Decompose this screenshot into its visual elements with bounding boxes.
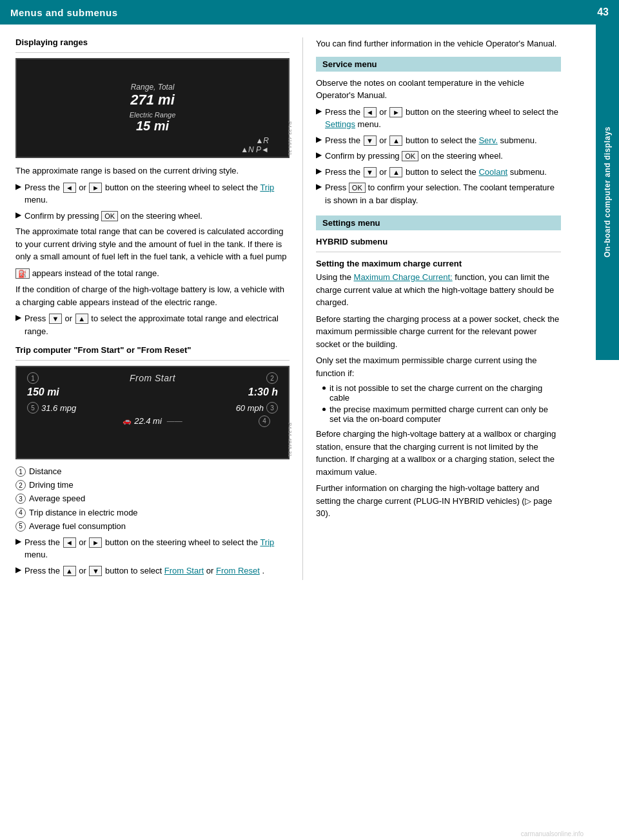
service-bullet-4: ▶ Press the ▼ or ▲ button to select the … bbox=[316, 166, 561, 179]
svc4-btn-up: ▲ bbox=[389, 167, 402, 177]
rb3-text2: or bbox=[64, 314, 74, 323]
trip-circle-1: 1 bbox=[27, 372, 39, 384]
svc2-btn-up: ▲ bbox=[389, 135, 402, 146]
display-img-id: P4.33-4164-31 bbox=[287, 121, 293, 155]
rb1-text3: button on the steering wheel to select t… bbox=[105, 183, 260, 192]
svc1-highlight: Settings bbox=[325, 119, 355, 129]
svc-arrow-2: ▶ bbox=[316, 135, 322, 144]
dot-2 bbox=[322, 408, 326, 411]
rb3-btn-up: ▲ bbox=[75, 314, 88, 324]
trip-item-2: 2 Driving time bbox=[15, 479, 290, 491]
rb1-btn-right: ► bbox=[89, 183, 102, 193]
trip-item-5: 5 Average fuel consumption bbox=[15, 521, 290, 532]
rb3-btn-down: ▼ bbox=[49, 314, 62, 324]
trip-item-3: 3 Average speed bbox=[15, 493, 290, 505]
header-page: 43 bbox=[597, 6, 609, 18]
charge-paragraph3: Before charging the high-voltage battery… bbox=[316, 428, 561, 478]
displaying-ranges-section: Displaying ranges Range, Total 271 mi El… bbox=[15, 37, 290, 337]
range-paragraph2b-text: appears instead of the total range. bbox=[32, 268, 159, 278]
svc4-btn-down: ▼ bbox=[364, 167, 377, 177]
svc-arrow-5: ▶ bbox=[316, 182, 322, 191]
svc-arrow-3: ▶ bbox=[316, 150, 322, 159]
trip-items-list: 1 Distance 2 Driving time 3 Average spee… bbox=[15, 466, 290, 532]
range-bullet-1: ▶ Press the ◄ or ► button on the steerin… bbox=[15, 181, 290, 206]
tb2-t3: button to select bbox=[105, 566, 164, 575]
svc5-btn-ok: OK bbox=[349, 183, 366, 193]
trip-arrow-2: ▶ bbox=[15, 565, 21, 574]
tb1-t1: Press the bbox=[25, 537, 63, 547]
tb1-btn-right: ► bbox=[89, 537, 102, 548]
trip-circle-2: 2 bbox=[266, 372, 278, 384]
tb1-t2: or bbox=[79, 537, 88, 547]
rb2-text1: Confirm by pressing bbox=[25, 211, 101, 221]
range-paragraph2: The approximate total range that can be … bbox=[15, 225, 290, 263]
rb1-text4: menu. bbox=[25, 195, 48, 205]
right-intro: You can find further information in the … bbox=[316, 37, 561, 50]
trip-top-row: 1 From Start 2 bbox=[17, 367, 288, 384]
header-bar: Menus and submenus 43 bbox=[0, 0, 619, 25]
right-column: You can find further information in the … bbox=[303, 37, 593, 580]
charge-current-title: Setting the maximum charge current bbox=[316, 259, 561, 268]
charge-intro-p: Using the Maximum Charge Current: functi… bbox=[316, 271, 561, 309]
svc3-btn-ok: OK bbox=[402, 151, 418, 161]
rb1-highlight: Trip bbox=[260, 183, 274, 192]
trip-computer-section: Trip computer "From Start" or "From Rese… bbox=[15, 345, 290, 577]
trip-speed: 60 mph bbox=[236, 403, 264, 413]
dot-1-text: it is not possible to set the charge cur… bbox=[329, 383, 561, 403]
tb1-t4: menu. bbox=[25, 550, 48, 559]
range-paragraph3: If the condition of charge of the high-v… bbox=[15, 283, 290, 308]
trip-bottom-row: 5 31.6 mpg 60 mph 3 bbox=[17, 401, 288, 415]
tb2-t5: . bbox=[262, 566, 264, 575]
trip-mpg: 31.6 mpg bbox=[41, 403, 76, 413]
trip-item-5-label: Average fuel consumption bbox=[29, 521, 126, 532]
range-paragraph1: The approximate range is based on the cu… bbox=[15, 165, 290, 177]
charge-paragraph4: Further information on charging the high… bbox=[316, 482, 561, 520]
left-column: Displaying ranges Range, Total 271 mi El… bbox=[0, 37, 303, 580]
fuel-pump-icon: ⛽ bbox=[15, 268, 30, 279]
dot-1 bbox=[322, 386, 326, 390]
electric-label: Electric Range bbox=[130, 111, 176, 119]
charge-intro-text1: Using the bbox=[316, 272, 351, 282]
service-bullet-2: ▶ Press the ▼ or ▲ button to select the … bbox=[316, 134, 561, 147]
trip-car-icon: 🚗 bbox=[123, 417, 132, 425]
trip-bullet-2: ▶ Press the ▲ or ▼ button to select From… bbox=[15, 565, 290, 577]
service-menu-box: Service menu bbox=[316, 57, 561, 72]
rb1-text1: Press the bbox=[25, 183, 63, 192]
tb2-t4: or bbox=[206, 566, 216, 575]
electric-value: 15 mi bbox=[136, 119, 169, 134]
trip-item-1-label: Distance bbox=[29, 466, 62, 477]
range-display-image: Range, Total 271 mi Electric Range 15 mi… bbox=[15, 58, 290, 158]
hybrid-submenu-title: HYBRID submenu bbox=[316, 237, 561, 246]
rb3-text3: to select the approximate total range an… bbox=[25, 314, 279, 336]
service-bullet-5: ▶ Press OK to confirm your selection. Th… bbox=[316, 181, 561, 206]
trip-section-title: Trip computer "From Start" or "From Rese… bbox=[15, 345, 290, 355]
rb3-text1: Press bbox=[25, 314, 46, 323]
range-bullet-3: ▶ Press ▼ or ▲ to select the approximate… bbox=[15, 312, 290, 337]
tb2-btn-down: ▼ bbox=[89, 566, 102, 576]
main-content: Displaying ranges Range, Total 271 mi El… bbox=[0, 25, 619, 593]
tb2-t2: or bbox=[79, 566, 88, 575]
svc2-btn-down: ▼ bbox=[364, 135, 377, 146]
rb2-btn-ok: OK bbox=[101, 211, 118, 221]
tb1-btn-left: ◄ bbox=[63, 537, 76, 548]
service-bullet-1: ▶ Press the ◄ or ► button on the steerin… bbox=[316, 106, 561, 131]
trip-dist: 150 mi bbox=[27, 386, 59, 398]
trip-elec: 22.4 mi bbox=[134, 416, 162, 426]
svc1-btn-left: ◄ bbox=[364, 107, 377, 117]
trip-arrow-1: ▶ bbox=[15, 537, 21, 546]
tb2-highlight1: From Start bbox=[164, 566, 204, 575]
svc-arrow-4: ▶ bbox=[316, 166, 322, 175]
svc-arrow-1: ▶ bbox=[316, 106, 322, 115]
arrow-icon-2: ▶ bbox=[15, 210, 21, 219]
range-bullet-2: ▶ Confirm by pressing OK on the steering… bbox=[15, 210, 290, 223]
trip-item-2-label: Driving time bbox=[29, 479, 74, 491]
arrow-icon-1: ▶ bbox=[15, 182, 21, 191]
dot-item-1: it is not possible to set the charge cur… bbox=[316, 383, 561, 403]
trip-computer-display: 1 From Start 2 150 mi 1:30 h 5 bbox=[15, 366, 290, 459]
tb1-highlight: Trip bbox=[260, 537, 274, 547]
trip-bullet-1: ▶ Press the ◄ or ► button on the steerin… bbox=[15, 536, 290, 561]
rb1-text2: or bbox=[79, 183, 88, 192]
service-menu-paragraph: Observe the notes on coolant temperature… bbox=[316, 77, 561, 102]
svc1-btn-right: ► bbox=[389, 107, 402, 117]
displaying-ranges-title: Displaying ranges bbox=[15, 37, 290, 47]
